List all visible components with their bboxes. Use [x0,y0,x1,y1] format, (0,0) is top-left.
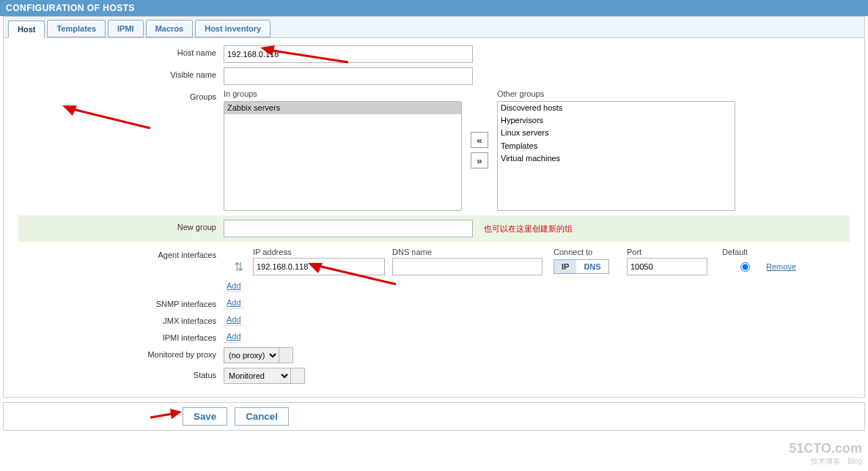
tab-bar: Host Templates IPMI Macros Host inventor… [4,17,864,38]
tab-macros[interactable]: Macros [146,20,194,37]
other-groups-option[interactable]: Hypervisors [498,114,735,127]
dns-name-column: DNS name [392,248,553,256]
visible-name-input[interactable] [224,67,473,85]
svg-line-2 [70,108,150,128]
in-groups-label: In groups [224,89,462,98]
agent-default-radio[interactable] [740,262,750,272]
group-move-left-button[interactable]: « [471,132,488,148]
cancel-button[interactable]: Cancel [235,407,289,426]
new-group-note: 也可以在这里创建新的组 [484,224,573,233]
page-header: CONFIGURATION OF HOSTS [0,0,868,16]
agent-remove-link[interactable]: Remove [766,262,796,271]
arrow-annotation-icon [147,406,183,422]
port-column: Port [627,248,722,256]
in-groups-list[interactable]: Zabbix servers [224,101,462,211]
other-groups-option[interactable]: Templates [498,140,735,152]
chevron-down-icon [279,348,293,363]
new-group-input[interactable] [224,220,473,237]
agent-add-link[interactable]: Add [224,280,244,292]
agent-if-label: Agent interfaces [18,248,224,259]
svg-line-6 [150,413,176,418]
footer-bar: Save Cancel [3,402,865,431]
visible-name-label: Visible name [18,67,224,79]
tab-ipmi[interactable]: IPMI [108,20,144,37]
tab-templates[interactable]: Templates [47,20,106,37]
snmp-add-link[interactable]: Add [224,297,244,309]
svg-marker-3 [62,105,77,116]
host-name-input[interactable] [224,45,473,63]
groups-label: Groups [18,89,224,101]
proxy-select[interactable]: (no proxy) [224,348,279,363]
main-panel: Host Templates IPMI Macros Host inventor… [3,16,865,398]
connect-ip-button[interactable]: IP [554,260,576,273]
ipmi-add-link[interactable]: Add [224,330,244,343]
other-groups-option[interactable]: Discovered hosts [498,102,735,114]
connect-to-column: Connect to [553,248,627,256]
chevron-down-icon [290,368,304,383]
group-move-right-button[interactable]: » [471,152,488,168]
host-name-label: Host name [18,45,224,57]
agent-ip-input[interactable] [253,258,385,275]
in-groups-option[interactable]: Zabbix servers [224,102,461,114]
agent-port-input[interactable] [627,258,707,275]
status-label: Status [18,368,224,379]
host-form: Host name Visible name Groups In groups … [4,38,864,396]
ip-address-column: IP address [253,248,392,256]
svg-marker-7 [170,409,182,419]
default-column: Default [722,248,766,256]
other-groups-option[interactable]: Virtual machines [498,152,735,165]
tab-host-inventory[interactable]: Host inventory [195,20,271,37]
connect-to-group: IPDNS [553,259,609,274]
drag-handle-icon[interactable]: ⇅ [224,260,253,274]
other-groups-option[interactable]: Linux servers [498,127,735,139]
connect-dns-button[interactable]: DNS [576,260,608,273]
snmp-if-label: SNMP interfaces [18,297,224,308]
jmx-add-link[interactable]: Add [224,314,244,326]
proxy-label: Monitored by proxy [18,347,224,359]
agent-dns-input[interactable] [392,258,542,275]
other-groups-list[interactable]: Discovered hosts Hypervisors Linux serve… [497,101,735,211]
jmx-if-label: JMX interfaces [18,314,224,325]
tab-host[interactable]: Host [8,21,45,38]
save-button[interactable]: Save [183,407,227,426]
ipmi-if-label: IPMI interfaces [18,330,224,342]
status-select[interactable]: Monitored [224,368,290,383]
new-group-label: New group [18,220,224,231]
arrow-annotation-icon [62,103,158,132]
other-groups-label: Other groups [497,89,735,98]
